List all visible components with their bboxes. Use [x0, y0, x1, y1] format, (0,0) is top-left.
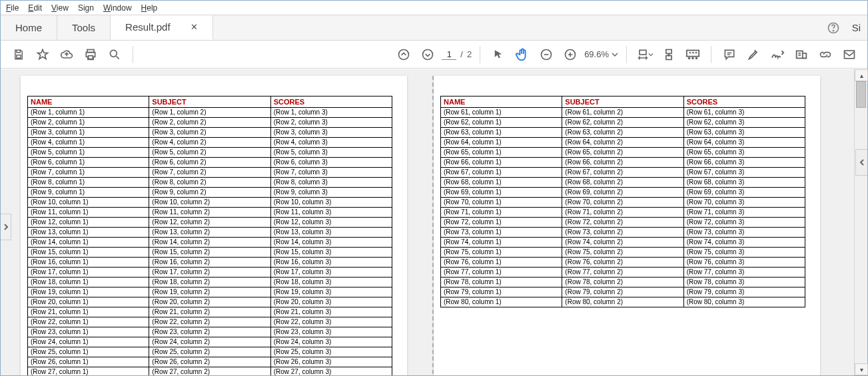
table-cell: (Row 21, column 2)	[149, 307, 270, 317]
table-cell: (Row 70, column 3)	[683, 198, 805, 208]
table-cell: (Row 18, column 1)	[28, 278, 149, 287]
stamp-icon[interactable]	[791, 45, 811, 65]
svg-rect-10	[640, 50, 646, 55]
tab-tools[interactable]: Tools	[57, 15, 111, 40]
table-cell: (Row 68, column 3)	[683, 178, 805, 188]
star-icon[interactable]	[33, 45, 53, 65]
vertical-scrollbar[interactable]: ▴ ▾	[854, 69, 867, 375]
table-cell: (Row 27, column 2)	[149, 367, 270, 376]
table-cell: (Row 63, column 2)	[562, 128, 683, 138]
left-panel-toggle[interactable]	[1, 214, 11, 240]
scroll-mode-icon[interactable]	[659, 45, 679, 65]
table-cell: (Row 74, column 3)	[683, 238, 805, 248]
table-cell: (Row 62, column 3)	[683, 118, 805, 128]
menu-sign[interactable]: Sign	[78, 3, 94, 13]
table-cell: (Row 15, column 3)	[270, 248, 392, 258]
table-cell: (Row 72, column 1)	[441, 218, 562, 228]
table-cell: (Row 72, column 3)	[683, 218, 805, 228]
save-icon[interactable]	[9, 45, 29, 65]
read-mode-icon[interactable]	[683, 45, 703, 65]
highlight-icon[interactable]	[743, 45, 763, 65]
table-cell: (Row 24, column 2)	[149, 337, 270, 347]
table-row: (Row 27, column 1)(Row 27, column 2)(Row…	[28, 367, 392, 376]
table-cell: (Row 67, column 1)	[441, 168, 562, 178]
print-icon[interactable]	[81, 45, 101, 65]
menu-file[interactable]: File	[6, 3, 19, 13]
tab-home[interactable]: Home	[1, 15, 57, 40]
table-cell: (Row 68, column 2)	[562, 178, 683, 188]
menu-view[interactable]: View	[51, 3, 69, 13]
cloud-upload-icon[interactable]	[57, 45, 77, 65]
table-cell: (Row 65, column 1)	[441, 148, 562, 158]
right-panel-toggle[interactable]	[855, 149, 867, 176]
zoom-level[interactable]: 69.6%	[584, 49, 618, 59]
tab-document[interactable]: Result.pdf ✕	[111, 15, 213, 40]
table-cell: (Row 16, column 1)	[28, 258, 149, 268]
table-cell: (Row 77, column 2)	[562, 268, 683, 278]
email-icon[interactable]	[839, 45, 859, 65]
table-row: (Row 5, column 1)(Row 5, column 2)(Row 5…	[28, 148, 392, 158]
help-icon[interactable]	[827, 21, 840, 35]
table-row: (Row 70, column 1)(Row 70, column 2)(Row…	[441, 198, 805, 208]
table-cell: (Row 10, column 3)	[270, 198, 392, 208]
scroll-down-arrow[interactable]: ▾	[855, 363, 868, 375]
scroll-up-arrow[interactable]: ▴	[855, 69, 868, 81]
svg-point-1	[833, 30, 833, 31]
fit-width-icon[interactable]	[635, 45, 655, 65]
search-icon[interactable]	[105, 45, 125, 65]
page-up-icon[interactable]	[394, 45, 414, 65]
column-header: NAME	[441, 96, 562, 108]
table-cell: (Row 4, column 3)	[270, 138, 392, 148]
menu-window[interactable]: Window	[103, 3, 132, 13]
table-cell: (Row 79, column 3)	[683, 287, 805, 297]
table-cell: (Row 76, column 3)	[683, 258, 805, 268]
table-row: (Row 61, column 1)(Row 61, column 2)(Row…	[441, 108, 805, 118]
table-row: (Row 67, column 1)(Row 67, column 2)(Row…	[441, 168, 805, 178]
page-current-input[interactable]	[442, 49, 456, 60]
attach-link-icon[interactable]	[815, 45, 835, 65]
document-viewport[interactable]: NAMESUBJECTSCORES(Row 1, column 1)(Row 1…	[1, 69, 854, 375]
selection-tool-icon[interactable]	[488, 45, 508, 65]
table-cell: (Row 76, column 1)	[441, 258, 562, 268]
table-cell: (Row 78, column 1)	[441, 278, 562, 287]
table-cell: (Row 5, column 1)	[28, 148, 149, 158]
table-cell: (Row 16, column 2)	[149, 258, 270, 268]
tab-close-button[interactable]: ✕	[191, 22, 198, 32]
scroll-track[interactable]	[855, 81, 867, 363]
svg-point-5	[110, 50, 117, 57]
table-row: (Row 1, column 1)(Row 1, column 2)(Row 1…	[28, 108, 392, 118]
signature-icon[interactable]	[767, 45, 787, 65]
table-row: (Row 15, column 1)(Row 15, column 2)(Row…	[28, 248, 392, 258]
svg-rect-2	[17, 55, 21, 58]
table-row: (Row 19, column 1)(Row 19, column 2)(Row…	[28, 287, 392, 297]
scroll-thumb[interactable]	[856, 81, 866, 108]
sign-in-label[interactable]: Si	[852, 22, 861, 33]
hand-tool-icon[interactable]	[512, 45, 532, 65]
zoom-out-icon[interactable]	[536, 45, 556, 65]
page-down-icon[interactable]	[418, 45, 438, 65]
table-row: (Row 78, column 1)(Row 78, column 2)(Row…	[441, 278, 805, 287]
table-cell: (Row 3, column 3)	[270, 128, 392, 138]
table-cell: (Row 12, column 2)	[149, 218, 270, 228]
menu-help[interactable]: Help	[141, 3, 158, 13]
table-cell: (Row 75, column 2)	[562, 248, 683, 258]
table-row: (Row 75, column 1)(Row 75, column 2)(Row…	[441, 248, 805, 258]
table-row: (Row 10, column 1)(Row 10, column 2)(Row…	[28, 198, 392, 208]
table-cell: (Row 61, column 1)	[441, 108, 562, 118]
table-cell: (Row 10, column 1)	[28, 198, 149, 208]
table-row: (Row 8, column 1)(Row 8, column 2)(Row 8…	[28, 178, 392, 188]
menu-edit[interactable]: Edit	[28, 3, 42, 13]
table-cell: (Row 80, column 2)	[562, 297, 683, 307]
table-cell: (Row 12, column 1)	[28, 218, 149, 228]
table-cell: (Row 23, column 1)	[28, 327, 149, 337]
comment-icon[interactable]	[719, 45, 739, 65]
table-cell: (Row 70, column 1)	[441, 198, 562, 208]
table-row: (Row 71, column 1)(Row 71, column 2)(Row…	[441, 208, 805, 218]
table-cell: (Row 26, column 2)	[149, 357, 270, 367]
zoom-in-icon[interactable]	[560, 45, 580, 65]
zoom-value: 69.6%	[584, 49, 609, 59]
column-header: SCORES	[270, 96, 392, 108]
table-cell: (Row 71, column 2)	[562, 208, 683, 218]
table-row: (Row 9, column 1)(Row 9, column 2)(Row 9…	[28, 188, 392, 198]
table-row: (Row 7, column 1)(Row 7, column 2)(Row 7…	[28, 168, 392, 178]
